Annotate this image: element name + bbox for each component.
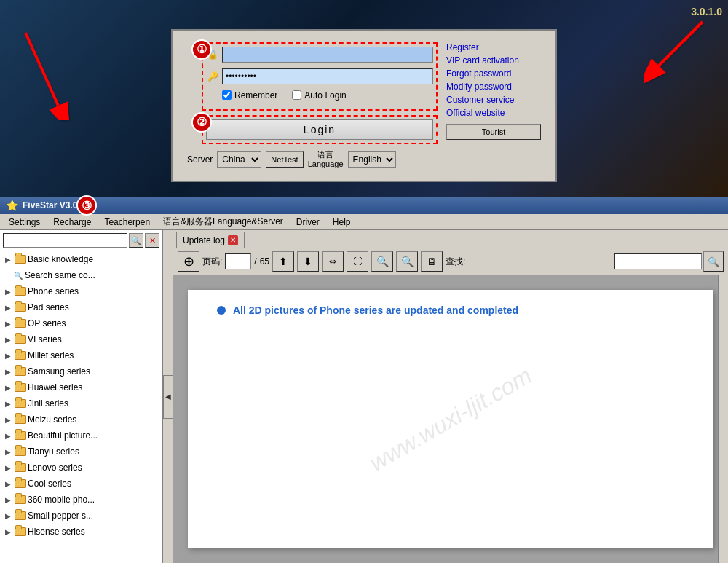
page-separator: /	[254, 256, 256, 267]
folder-icon-pepper	[15, 511, 26, 520]
sidebar-search-input[interactable]	[3, 233, 127, 248]
sidebar-collapse-button[interactable]: ◀	[163, 375, 173, 419]
tab-update-log[interactable]: Update log ✕	[176, 232, 245, 248]
auto-login-checkbox[interactable]	[292, 90, 301, 100]
folder-icon-360	[15, 495, 26, 504]
sidebar-item-basic-knowledge[interactable]: ▶ Basic knowledge	[0, 251, 162, 267]
username-input[interactable]	[222, 47, 433, 63]
vip-link[interactable]: VIP card activation	[446, 55, 541, 66]
page-up-button[interactable]: ⬆	[272, 251, 294, 272]
tree-arrow-huawei: ▶	[3, 382, 13, 393]
sidebar-item-tianyu-series[interactable]: ▶ Tianyu series	[0, 444, 162, 460]
sidebar-item-lenovo-series[interactable]: ▶ Lenovo series	[0, 460, 162, 476]
sidebar-item-cool-series[interactable]: ▶ Cool series	[0, 476, 162, 492]
tab-close-button[interactable]: ✕	[228, 235, 238, 245]
sidebar-item-360-series[interactable]: ▶ 360 mobile pho...	[0, 492, 162, 508]
document-toolbar: ⊕ 页码: 1 / 65 ⬆ ⬇ ⇔ ⛶ 🔍 🔍 🖥 查找:	[173, 248, 728, 275]
menu-driver[interactable]: Driver	[290, 216, 325, 229]
folder-icon-tianyu	[15, 447, 26, 456]
sidebar-item-phone-series[interactable]: ▶ Phone series	[0, 283, 162, 299]
folder-icon-basic	[15, 255, 26, 264]
sidebar-item-hisense-series[interactable]: ▶ Hisense series	[0, 524, 162, 540]
notice-bullet: All 2D pictures of Phone series are upda…	[217, 304, 699, 316]
tree-arrow-phone: ▶	[3, 286, 13, 296]
tree-label-op: OP series	[28, 318, 66, 328]
sidebar-item-beautiful-series[interactable]: ▶ Beautiful picture...	[0, 428, 162, 444]
checkbox-row: Remember Auto Login	[222, 90, 433, 101]
circle-annotation-2: ②	[191, 112, 212, 133]
password-input[interactable]	[222, 68, 433, 84]
toolbar-search-input[interactable]	[614, 253, 702, 269]
tab-bar: Update log ✕	[173, 230, 728, 248]
password-row: 🔑	[206, 68, 433, 84]
remember-checkbox[interactable]	[222, 90, 232, 100]
server-select[interactable]: China Global	[217, 151, 261, 168]
document-scrollbar[interactable]	[718, 275, 728, 563]
folder-icon-cool	[15, 479, 26, 488]
menu-help[interactable]: Help	[327, 216, 357, 229]
right-panel: Update log ✕ ⊕ 页码: 1 / 65 ⬆ ⬇ ⇔	[173, 230, 728, 563]
tree-label-samsung: Samsung series	[28, 366, 90, 377]
sidebar-item-pepper-series[interactable]: ▶ Small pepper s...	[0, 508, 162, 524]
page-down-button[interactable]: ⬇	[297, 251, 319, 272]
page-info: 页码: 1 / 65	[202, 253, 269, 269]
sidebar-search-button[interactable]: 🔍	[129, 233, 143, 248]
notice-text: All 2D pictures of Phone series are upda…	[233, 304, 518, 316]
arrow-left	[18, 25, 84, 122]
language-select[interactable]: English 中文	[348, 151, 396, 168]
folder-icon-vi	[15, 335, 26, 344]
sidebar-item-vi-series[interactable]: ▶ VI series	[0, 331, 162, 347]
page-total: 65	[260, 256, 269, 267]
watermark: www.wuxi-ljit.com	[365, 362, 537, 476]
folder-icon-beautiful	[15, 431, 26, 440]
toolbar-nav-button[interactable]: ⊕	[178, 251, 199, 272]
password-icon: 🔑	[206, 70, 219, 83]
sidebar-item-huawei-series[interactable]: ▶ Huawei series	[0, 379, 162, 395]
customer-link[interactable]: Customer service	[446, 95, 541, 105]
remember-label[interactable]: Remember	[222, 90, 277, 101]
update-notice: All 2D pictures of Phone series are upda…	[188, 290, 713, 323]
menu-teacherpen[interactable]: Teacherpen	[98, 216, 156, 229]
sidebar-item-millet-series[interactable]: ▶ Millet series	[0, 347, 162, 363]
fit-width-button[interactable]: ⇔	[322, 251, 344, 272]
sidebar-item-op-series[interactable]: ▶ OP series	[0, 315, 162, 331]
tree-arrow-360: ▶	[3, 495, 13, 505]
register-link[interactable]: Register	[446, 42, 541, 52]
menu-language-server[interactable]: 语言&服务器Language&Server	[157, 214, 289, 229]
tree-arrow-millet: ▶	[3, 350, 13, 361]
language-label: 语言Language	[308, 150, 344, 169]
toolbar-search-go-button[interactable]: 🔍	[703, 251, 724, 272]
tree-label-lenovo: Lenovo series	[28, 462, 82, 473]
annotation-box-1: ① 🔒 🔑	[202, 42, 438, 111]
zoom-in-button[interactable]: 🔍	[396, 251, 418, 272]
folder-icon-hisense	[15, 527, 26, 536]
monitor-button[interactable]: 🖥	[421, 251, 443, 272]
sidebar-item-samsung-series[interactable]: ▶ Samsung series	[0, 363, 162, 379]
login-button[interactable]: Login	[206, 119, 433, 140]
nettest-button[interactable]: NetTest	[266, 151, 303, 168]
forgot-link[interactable]: Forgot password	[446, 68, 541, 79]
zoom-out-button[interactable]: 🔍	[371, 251, 393, 272]
modify-link[interactable]: Modify password	[446, 82, 541, 92]
official-link[interactable]: Official website	[446, 108, 541, 118]
sidebar-item-meizu-series[interactable]: ▶ Meizu series	[0, 412, 162, 428]
tree-arrow-cool: ▶	[3, 479, 13, 489]
page-number-input[interactable]: 1	[225, 253, 251, 269]
login-background: 3.0.1.0 ①	[0, 0, 728, 197]
menu-settings[interactable]: Settings	[3, 216, 46, 229]
tree-arrow-meizu: ▶	[3, 414, 13, 425]
folder-icon-pad	[15, 303, 26, 312]
tourist-button[interactable]: Tourist	[446, 124, 541, 140]
tree-label-pepper: Small pepper s...	[28, 511, 93, 521]
sidebar-item-jinli-series[interactable]: ▶ Jinli series	[0, 395, 162, 412]
sidebar-item-pad-series[interactable]: ▶ Pad series	[0, 299, 162, 315]
document-area: www.wuxi-ljit.com All 2D pictures of Pho…	[173, 275, 728, 563]
sidebar-tree: ▶ Basic knowledge 🔍 Search same co... ▶ …	[0, 251, 162, 563]
fullscreen-button[interactable]: ⛶	[347, 251, 368, 272]
sidebar-item-search[interactable]: 🔍 Search same co...	[0, 267, 162, 283]
auto-login-label[interactable]: Auto Login	[292, 90, 346, 101]
sidebar-clear-button[interactable]: ✕	[145, 233, 159, 248]
folder-icon-huawei	[15, 383, 26, 392]
sidebar-search-bar: 🔍 ✕	[0, 230, 162, 251]
menu-recharge[interactable]: Recharge	[47, 216, 97, 229]
